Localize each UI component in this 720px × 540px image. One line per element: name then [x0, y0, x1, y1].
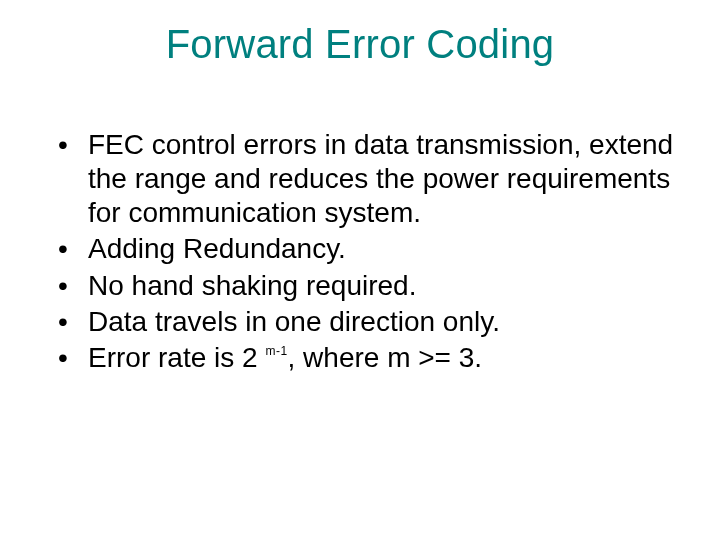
bullet-list: FEC control errors in data transmission,…	[54, 128, 674, 375]
exponent-text: m-1	[265, 344, 287, 358]
bullet-item: FEC control errors in data transmission,…	[54, 128, 674, 230]
bullet-item: No hand shaking required.	[54, 269, 674, 303]
bullet-text-suffix: , where m >= 3.	[288, 342, 483, 373]
bullet-text: Adding Redundancy.	[88, 233, 346, 264]
slide-title: Forward Error Coding	[0, 22, 720, 67]
bullet-item: Adding Redundancy.	[54, 232, 674, 266]
bullet-item: Data travels in one direction only.	[54, 305, 674, 339]
bullet-text: FEC control errors in data transmission,…	[88, 129, 673, 228]
bullet-text-prefix: Error rate is 2	[88, 342, 265, 373]
bullet-text: No hand shaking required.	[88, 270, 416, 301]
slide-body: FEC control errors in data transmission,…	[54, 128, 674, 377]
slide: Forward Error Coding FEC control errors …	[0, 0, 720, 540]
bullet-item: Error rate is 2 m-1, where m >= 3.	[54, 341, 674, 375]
bullet-text: Data travels in one direction only.	[88, 306, 500, 337]
